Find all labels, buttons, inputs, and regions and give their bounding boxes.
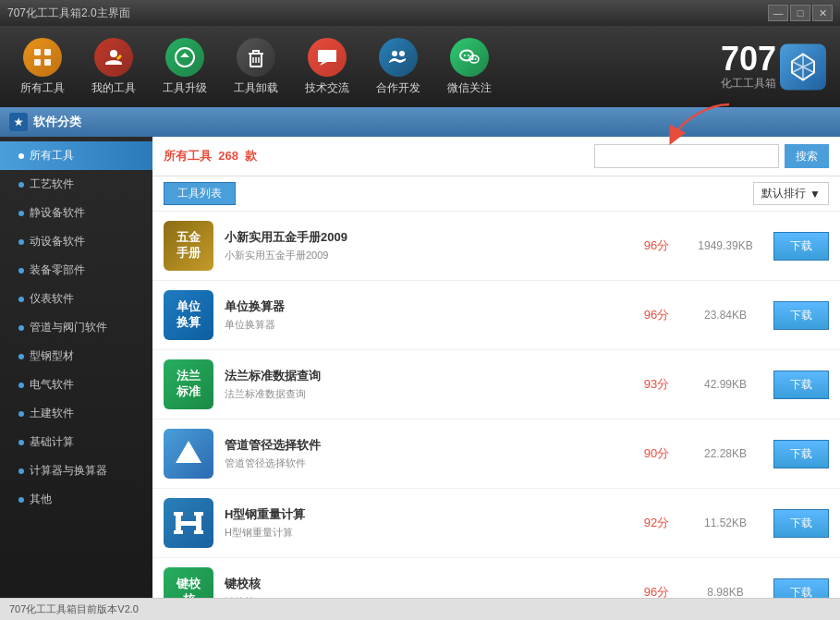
sort-chevron-icon: ▼ (810, 188, 821, 201)
category-icon-symbol: ★ (14, 116, 23, 128)
tool-item: 键校核 键校核 键校核 96分 8.98KB 下载 (152, 558, 840, 598)
sidebar-item-pipe-valve[interactable]: 管道与阀门软件 (0, 313, 152, 342)
download-button[interactable]: 下载 (773, 440, 829, 468)
tool-score: 90分 (636, 445, 677, 462)
nav-items: 所有工具 我的工具 工具升级 (9, 30, 503, 103)
maximize-button[interactable]: □ (790, 5, 810, 21)
tool-score: 96分 (636, 237, 677, 254)
tool-count: 所有工具 268 款 (164, 148, 257, 164)
sidebar-item-electrical[interactable]: 电气软件 (0, 371, 152, 399)
search-input[interactable] (594, 144, 779, 168)
sidebar-steel-label: 型钢型材 (30, 348, 74, 364)
sidebar-dot (18, 153, 24, 159)
sidebar-dot (18, 383, 24, 388)
tech-exchange-icon (308, 38, 347, 77)
svg-point-4 (110, 50, 117, 57)
sidebar-item-parts[interactable]: 装备零部件 (0, 256, 152, 285)
tool-info: H型钢重量计算 H型钢重量计算 (225, 506, 625, 540)
sidebar-item-instrument[interactable]: 仪表软件 (0, 285, 152, 313)
svg-rect-2 (34, 59, 41, 66)
tool-name: H型钢重量计算 (225, 506, 625, 523)
status-bar: 707化工工具箱目前版本V2.0 (0, 598, 840, 620)
nav-uninstall[interactable]: 工具卸载 (223, 30, 289, 103)
sidebar-item-other[interactable]: 其他 (0, 485, 152, 514)
tool-name: 单位换算器 (225, 298, 625, 315)
wechat-icon (450, 38, 489, 77)
nav-tech-exchange-label: 技术交流 (305, 80, 349, 96)
nav-wechat[interactable]: 微信关注 (436, 30, 503, 103)
sidebar-item-civil[interactable]: 土建软件 (0, 399, 152, 428)
tool-icon (164, 429, 213, 479)
sidebar-item-process[interactable]: 工艺软件 (0, 170, 152, 199)
sidebar-dot (18, 239, 24, 245)
tool-count-unit: 款 (245, 149, 257, 163)
download-button[interactable]: 下载 (773, 232, 829, 261)
tool-size: 8.98KB (688, 586, 762, 598)
title-bar: 707化工工具箱2.0主界面 — □ ✕ (0, 0, 840, 26)
sidebar-item-all-tools[interactable]: 所有工具 (0, 141, 152, 170)
nav-all-tools[interactable]: 所有工具 (9, 30, 76, 103)
svg-point-13 (472, 58, 474, 60)
nav-my-tools-label: 我的工具 (91, 80, 136, 96)
search-button[interactable]: 搜索 (785, 144, 829, 168)
download-button[interactable]: 下载 (773, 301, 829, 330)
search-area: 搜索 (594, 144, 829, 168)
logo-icon (780, 43, 826, 90)
nav-coop-dev[interactable]: 合作开发 (365, 30, 432, 103)
sort-select[interactable]: 默认排行 ▼ (753, 182, 829, 205)
sidebar-dot (18, 182, 24, 188)
download-button[interactable]: 下载 (773, 371, 829, 399)
category-header-icon: ★ (9, 113, 28, 131)
list-tab[interactable]: 工具列表 (164, 182, 236, 205)
tool-icon: 单位换算 (164, 290, 213, 340)
upgrade-icon (165, 38, 204, 77)
sidebar-item-calc-converter[interactable]: 计算器与换算器 (0, 456, 152, 485)
svg-rect-20 (174, 530, 183, 534)
sidebar-instrument-label: 仪表软件 (30, 291, 74, 307)
list-header: 工具列表 默认排行 ▼ (152, 176, 840, 212)
sidebar-item-steel[interactable]: 型钢型材 (0, 342, 152, 371)
toolbar: 所有工具 我的工具 工具升级 (0, 26, 840, 107)
tool-name: 管道管径选择软件 (225, 437, 625, 454)
tool-desc: 法兰标准数据查询 (225, 387, 625, 401)
my-tools-icon (94, 38, 133, 77)
tool-score: 92分 (636, 515, 677, 531)
tool-item: 法兰标准 法兰标准数据查询 法兰标准数据查询 93分 42.99KB 下载 (152, 350, 840, 419)
tool-icon (164, 498, 213, 548)
svg-rect-21 (194, 530, 203, 534)
sidebar-item-static-equip[interactable]: 静设备软件 (0, 199, 152, 227)
tool-score: 93分 (636, 376, 677, 393)
tool-size: 1949.39KB (688, 239, 762, 252)
content-header: 所有工具 268 款 搜索 (152, 137, 840, 176)
svg-point-8 (399, 51, 405, 56)
svg-point-7 (392, 51, 397, 56)
nav-my-tools[interactable]: 我的工具 (80, 30, 147, 103)
status-text: 707化工工具箱目前版本V2.0 (9, 602, 139, 616)
sidebar-other-label: 其他 (30, 492, 52, 507)
tool-info: 键校核 键校核 (225, 576, 625, 598)
logo-subtitle: 化工工具箱 (721, 76, 776, 91)
tool-size: 23.84KB (688, 309, 762, 322)
sidebar: 所有工具 工艺软件 静设备软件 动设备软件 装备零部件 仪表软件 管道与阀门软件 (0, 137, 152, 598)
tool-info: 单位换算器 单位换算器 (225, 298, 625, 332)
sidebar-item-basic-calc[interactable]: 基础计算 (0, 428, 152, 456)
sidebar-dot (18, 497, 24, 503)
download-button[interactable]: 下载 (773, 578, 829, 599)
sidebar-parts-label: 装备零部件 (30, 262, 85, 278)
svg-rect-19 (194, 512, 203, 516)
sidebar-process-label: 工艺软件 (30, 176, 74, 192)
sidebar-dot (18, 468, 24, 474)
tool-size: 42.99KB (688, 378, 762, 391)
nav-tech-exchange[interactable]: 技术交流 (294, 30, 360, 103)
tool-item: 单位换算 单位换算器 单位换算器 96分 23.84KB 下载 (152, 281, 840, 350)
close-button[interactable]: ✕ (812, 5, 833, 21)
tool-desc: H型钢重量计算 (225, 526, 625, 540)
svg-rect-3 (44, 59, 51, 66)
tool-item: 五金手册 小新实用五金手册2009 小新实用五金手册2009 96分 1949.… (152, 212, 840, 281)
download-button[interactable]: 下载 (773, 509, 829, 538)
minimize-button[interactable]: — (768, 5, 788, 21)
all-tools-icon (23, 38, 62, 77)
sidebar-item-dynamic-equip[interactable]: 动设备软件 (0, 227, 152, 256)
sidebar-electrical-label: 电气软件 (30, 377, 74, 393)
nav-upgrade[interactable]: 工具升级 (152, 30, 218, 103)
